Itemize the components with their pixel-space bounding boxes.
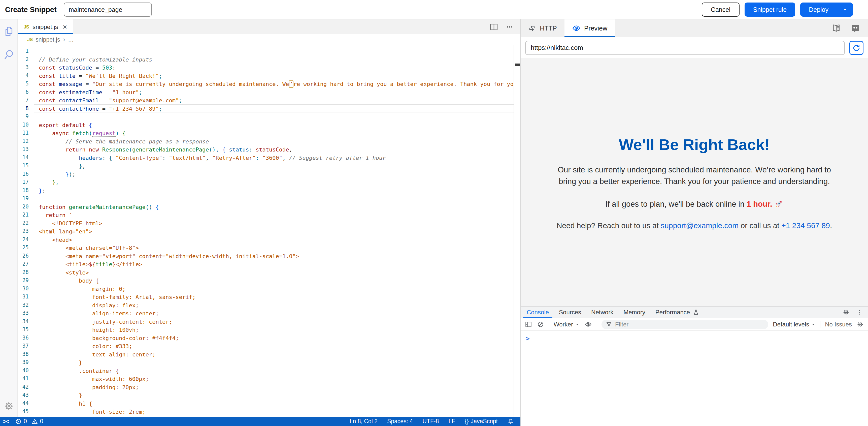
code-line[interactable]: 27 <title>${title}</title>: [18, 260, 520, 268]
code-line-text[interactable]: font-family: Arial, sans-serif;: [34, 293, 520, 301]
code-line-text[interactable]: const title = "We'll Be Right Back!";: [34, 72, 520, 80]
code-line-text[interactable]: <meta name="viewport" content="width=dev…: [34, 252, 520, 260]
code-line[interactable]: 10export default {: [18, 121, 520, 129]
code-line-text[interactable]: };: [34, 186, 520, 195]
code-line-text[interactable]: .container {: [34, 367, 520, 375]
code-line[interactable]: 30 margin: 0;: [18, 285, 520, 293]
devtools-tab-memory[interactable]: Memory: [618, 307, 650, 318]
search-icon[interactable]: [3, 49, 14, 61]
code-line[interactable]: 29 body {: [18, 276, 520, 285]
support-email-link[interactable]: support@example.com: [661, 221, 739, 230]
live-expression-eye-icon[interactable]: [584, 320, 592, 329]
console-output[interactable]: >: [521, 331, 868, 342]
code-line[interactable]: 37 color: #333;: [18, 342, 520, 350]
code-line-text[interactable]: font-size: 2rem;: [34, 407, 520, 416]
close-tab-icon[interactable]: ×: [63, 23, 67, 31]
code-line[interactable]: 34 justify-content: center;: [18, 317, 520, 326]
context-selector[interactable]: Worker: [554, 321, 580, 328]
code-line-text[interactable]: const contactEmail = "support@example.co…: [34, 96, 520, 104]
deploy-button[interactable]: Deploy: [800, 2, 837, 17]
notifications-bell-icon[interactable]: [507, 418, 514, 425]
code-line-text[interactable]: <style>: [34, 268, 520, 277]
docs-book-icon[interactable]: [831, 23, 841, 33]
code-line-text[interactable]: }: [34, 358, 520, 367]
code-line-text[interactable]: padding: 20px;: [34, 383, 520, 391]
clear-console-icon[interactable]: [537, 321, 544, 328]
code-line[interactable]: 33 align-items: center;: [18, 309, 520, 317]
code-line[interactable]: 22 <!DOCTYPE html>: [18, 219, 520, 227]
code-line[interactable]: 25 <meta charset="UTF-8">: [18, 244, 520, 252]
settings-gear-icon[interactable]: [3, 401, 14, 411]
code-line[interactable]: 26 <meta name="viewport" content="width=…: [18, 252, 520, 260]
code-line-text[interactable]: background-color: #f4f4f4;: [34, 334, 520, 342]
code-line[interactable]: 3const statusCode = 503;: [18, 63, 520, 72]
code-line-text[interactable]: function generateMaintenancePage() {: [34, 203, 520, 211]
code-line-text[interactable]: const contactPhone = "+1 234 567 89";: [34, 104, 520, 113]
code-line-text[interactable]: async fetch(request) {: [34, 129, 520, 137]
code-line[interactable]: 21 return `: [18, 211, 520, 219]
code-line-text[interactable]: // Define your customizable inputs: [34, 55, 520, 63]
code-line[interactable]: 16 });: [18, 170, 520, 178]
code-line-text[interactable]: display: flex;: [34, 301, 520, 309]
code-line-text[interactable]: <html lang="en">: [34, 227, 520, 235]
code-line-text[interactable]: color: #333;: [34, 342, 520, 350]
code-line-text[interactable]: justify-content: center;: [34, 317, 520, 326]
code-line-text[interactable]: [34, 47, 520, 55]
refresh-button[interactable]: [849, 41, 864, 55]
language-mode[interactable]: {} JavaScript: [465, 418, 498, 425]
code-line[interactable]: 17 },: [18, 178, 520, 186]
code-line[interactable]: 13 return new Response(generateMaintenan…: [18, 145, 520, 153]
code-line-text[interactable]: align-items: center;: [34, 309, 520, 317]
code-line[interactable]: 28 <style>: [18, 268, 520, 277]
console-prompt[interactable]: >: [526, 335, 530, 342]
code-editor[interactable]: 12// Define your customizable inputs3con…: [18, 45, 520, 417]
code-line-text[interactable]: height: 100vh;: [34, 325, 520, 334]
code-line-text[interactable]: // Serve the maintenance page as a respo…: [34, 137, 520, 145]
code-line[interactable]: 24 <head>: [18, 235, 520, 244]
split-editor-icon[interactable]: [490, 23, 498, 31]
code-line-text[interactable]: const statusCode = 503;: [34, 63, 520, 72]
breadcrumb-file[interactable]: snippet.js: [35, 36, 60, 43]
problems-indicator[interactable]: 0 0: [15, 418, 43, 425]
files-icon[interactable]: [3, 25, 14, 37]
devtools-tab-sources[interactable]: Sources: [554, 307, 586, 318]
deploy-dropdown-button[interactable]: [837, 2, 853, 17]
code-line-text[interactable]: const estimatedTime = "1 hour";: [34, 88, 520, 96]
code-line[interactable]: 11 async fetch(request) {: [18, 129, 520, 137]
code-line-text[interactable]: headers: { "Content-Type": "text/html", …: [34, 153, 520, 162]
code-line-text[interactable]: <meta charset="UTF-8">: [34, 244, 520, 252]
code-line-text[interactable]: margin: 0;: [34, 285, 520, 293]
code-line[interactable]: 23<html lang="en">: [18, 227, 520, 235]
code-line[interactable]: 41 max-width: 600px;: [18, 375, 520, 383]
code-line[interactable]: 40 .container {: [18, 367, 520, 375]
code-line[interactable]: 6const estimatedTime = "1 hour";: [18, 88, 520, 96]
log-levels-selector[interactable]: Default levels: [773, 321, 816, 328]
remote-indicator[interactable]: ><: [3, 418, 8, 425]
preview-url-input[interactable]: [525, 41, 845, 55]
console-settings-gear-icon[interactable]: [857, 321, 864, 328]
code-line[interactable]: 15 },: [18, 162, 520, 170]
devtools-tab-performance[interactable]: Performance: [650, 307, 705, 318]
code-line-text[interactable]: },: [34, 178, 520, 186]
code-line-text[interactable]: export default {: [34, 121, 520, 129]
breadcrumb-symbol[interactable]: …: [68, 36, 74, 43]
code-line-text[interactable]: return new Response(generateMaintenanceP…: [34, 145, 520, 153]
code-line-text[interactable]: <!DOCTYPE html>: [34, 219, 520, 227]
indentation-setting[interactable]: Spaces: 4: [387, 418, 413, 425]
devtools-tab-network[interactable]: Network: [586, 307, 618, 318]
code-line-text[interactable]: [34, 112, 520, 121]
code-line-text[interactable]: max-width: 600px;: [34, 375, 520, 383]
code-line[interactable]: 43 }: [18, 391, 520, 399]
code-line[interactable]: 31 font-family: Arial, sans-serif;: [18, 293, 520, 301]
code-line[interactable]: 4const title = "We'll Be Right Back!";: [18, 72, 520, 80]
code-line[interactable]: 44 h1 {: [18, 399, 520, 407]
code-line[interactable]: 42 padding: 20px;: [18, 383, 520, 391]
console-sidebar-icon[interactable]: [525, 321, 532, 328]
code-line[interactable]: 36 background-color: #f4f4f4;: [18, 334, 520, 342]
console-filter-input[interactable]: Filter: [601, 320, 768, 329]
eol-setting[interactable]: LF: [448, 418, 455, 425]
snippet-rule-button[interactable]: Snippet rule: [745, 2, 795, 17]
code-line[interactable]: 45 font-size: 2rem;: [18, 407, 520, 416]
code-line[interactable]: 9: [18, 112, 520, 121]
encoding-setting[interactable]: UTF-8: [423, 418, 439, 425]
